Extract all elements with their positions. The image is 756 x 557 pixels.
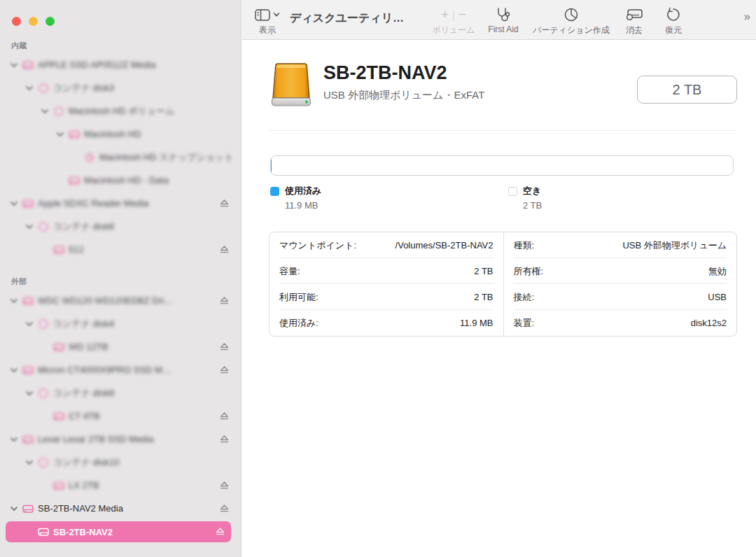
- sidebar-item-container-disk8[interactable]: コンテナ disk8: [0, 381, 241, 404]
- stethoscope-icon: [495, 6, 512, 23]
- chevron-down-icon[interactable]: [8, 296, 20, 306]
- sidebar-item-micron-media[interactable]: Micron CT4000X9PRO SSD M…: [0, 358, 241, 381]
- chevron-down-icon[interactable]: [8, 60, 20, 70]
- sidebar-tree: 内蔵 APPLE SSD AP0512Z Media コンテナ disk3 Ma…: [0, 35, 241, 542]
- container-icon: [35, 388, 52, 399]
- used-value: 11.9 MB: [285, 200, 318, 211]
- eject-icon[interactable]: [219, 411, 230, 421]
- chevron-down-icon[interactable]: [39, 106, 50, 116]
- sidebar-item-lexar-volume[interactable]: LX 2TB: [0, 474, 241, 497]
- eject-icon[interactable]: [219, 244, 230, 255]
- detail-row-mount-point: マウントポイント: /Volumes/SB-2TB-NAV2: [270, 232, 503, 258]
- detail-row-available: 利用可能: 2 TB: [270, 284, 503, 310]
- eject-icon[interactable]: [219, 365, 230, 375]
- container-icon: [35, 457, 52, 468]
- orange-drive-icon: [269, 62, 314, 109]
- divider: [269, 130, 736, 131]
- volume-icon: [66, 175, 83, 186]
- sidebar-item-sb2tb-volume[interactable]: SB-2TB-NAV2: [6, 521, 231, 542]
- add-volume-button[interactable]: +: [441, 7, 449, 22]
- sidebar-item-ct-4tb[interactable]: CT 4TB: [0, 404, 241, 428]
- sidebar-item-wd-12tb[interactable]: WD 12TB: [0, 335, 241, 358]
- eject-icon[interactable]: [219, 198, 230, 209]
- minimize-window-button[interactable]: [29, 17, 38, 26]
- legend-used: 使用済み: [270, 185, 321, 197]
- eject-icon[interactable]: [219, 503, 230, 514]
- external-disk-icon: [20, 503, 36, 514]
- external-disk-icon: [35, 526, 52, 537]
- usage-bar-used-segment: [271, 156, 272, 175]
- window-title: ディスクユーティリ…: [290, 11, 404, 26]
- legend-free: 空き: [508, 185, 541, 197]
- detail-row-capacity: 容量: 2 TB: [270, 258, 503, 284]
- volume-add-remove-group: + | − ボリューム: [426, 6, 482, 36]
- chevron-down-icon[interactable]: [8, 365, 20, 375]
- chevron-down-icon[interactable]: [55, 129, 66, 139]
- detail-row-ownership: 所有権: 無効: [504, 258, 737, 284]
- sidebar-view-icon: [255, 9, 270, 21]
- container-icon: [35, 83, 52, 94]
- restore-button[interactable]: 復元: [657, 6, 690, 36]
- main-area: 表示 ディスクユーティリ… + | − ボリューム First Aid: [242, 0, 756, 557]
- close-window-button[interactable]: [12, 17, 21, 26]
- sidebar-item-sd-volume[interactable]: 512: [0, 238, 241, 261]
- external-disk-icon: [20, 365, 36, 376]
- sidebar-item-lexar-media[interactable]: Lexar Lexar 2TB SSD Media: [0, 428, 241, 451]
- sidebar-item-container-disk3[interactable]: コンテナ disk3: [0, 76, 241, 99]
- volume-detail-panel: SB-2TB-NAV2 USB 外部物理ボリューム・ExFAT 2 TB 使用済…: [242, 41, 756, 557]
- sidebar-item-container-disk4[interactable]: コンテナ disk4: [0, 312, 241, 335]
- restore-arrow-icon: [666, 7, 681, 22]
- sidebar-item-macintosh-hd[interactable]: Macintosh HD: [0, 122, 241, 146]
- erase-drive-icon: [625, 7, 643, 22]
- usage-bar: [270, 155, 734, 176]
- container-icon: [35, 318, 52, 330]
- chevron-down-icon[interactable]: [8, 435, 20, 444]
- chevron-down-icon[interactable]: [24, 222, 35, 232]
- chevron-down-icon[interactable]: [8, 504, 20, 514]
- detail-row-connection: 接続: USB: [504, 284, 737, 310]
- sidebar-item-macintosh-hd-volumes[interactable]: Macintosh HD ボリューム: [0, 99, 241, 122]
- sidebar-item-wdc-media[interactable]: WDC WD120 WD120EDBZ Dri…: [0, 289, 241, 312]
- eject-icon[interactable]: [215, 526, 225, 537]
- sidebar-item-macintosh-hd-snapshot[interactable]: Macintosh HD スナップショット: [0, 146, 241, 169]
- sidebar-item-macintosh-hd-data[interactable]: Macintosh HD - Data: [0, 169, 241, 192]
- sidebar-item-container-disk10[interactable]: コンテナ disk10: [0, 451, 241, 474]
- volume-icon: [66, 129, 83, 140]
- first-aid-button[interactable]: First Aid: [479, 6, 528, 34]
- view-button[interactable]: 表示: [255, 6, 280, 36]
- volume-title: SB-2TB-NAV2: [323, 62, 447, 84]
- toolbar-overflow-button[interactable]: »: [744, 10, 749, 24]
- eject-icon[interactable]: [219, 341, 230, 352]
- details-right-column: 種類: USB 外部物理ボリューム 所有権: 無効 接続: USB 装置: di…: [503, 232, 737, 336]
- free-swatch: [508, 187, 517, 196]
- chevron-down-icon[interactable]: [24, 83, 35, 93]
- chevron-down-icon: [273, 12, 280, 17]
- pie-chart-icon: [564, 7, 579, 22]
- used-swatch: [270, 187, 279, 196]
- chevron-down-icon[interactable]: [24, 388, 35, 398]
- chevron-down-icon[interactable]: [24, 319, 35, 329]
- sidebar-item-apple-ssd[interactable]: APPLE SSD AP0512Z Media: [0, 53, 241, 76]
- capacity-badge: 2 TB: [637, 76, 737, 104]
- external-disk-icon: [20, 295, 36, 306]
- container-icon: [35, 221, 52, 232]
- partition-button[interactable]: パーティション作成: [533, 6, 610, 36]
- erase-button[interactable]: 消去: [617, 6, 651, 36]
- eject-icon[interactable]: [219, 434, 230, 444]
- zoom-window-button[interactable]: [46, 17, 55, 26]
- chevron-down-icon[interactable]: [24, 458, 35, 467]
- eject-icon[interactable]: [219, 480, 230, 491]
- volume-subtitle: USB 外部物理ボリューム・ExFAT: [323, 89, 484, 102]
- eject-icon[interactable]: [219, 295, 230, 306]
- volume-icon: [50, 244, 67, 255]
- sidebar-section-external: 外部: [0, 271, 241, 289]
- sidebar-item-container-disk6[interactable]: コンテナ disk6: [0, 215, 241, 238]
- sidebar-item-sdxc-reader[interactable]: Apple SDXC Reader Media: [0, 192, 241, 215]
- remove-volume-button[interactable]: −: [458, 7, 466, 22]
- external-disk-icon: [20, 198, 36, 209]
- sidebar-item-sb2tb-media[interactable]: SB-2TB-NAV2 Media: [0, 497, 241, 520]
- chevron-down-icon[interactable]: [8, 199, 20, 209]
- free-value: 2 TB: [523, 200, 542, 211]
- volume-group-icon: [50, 106, 67, 117]
- volume-icon: [50, 480, 67, 491]
